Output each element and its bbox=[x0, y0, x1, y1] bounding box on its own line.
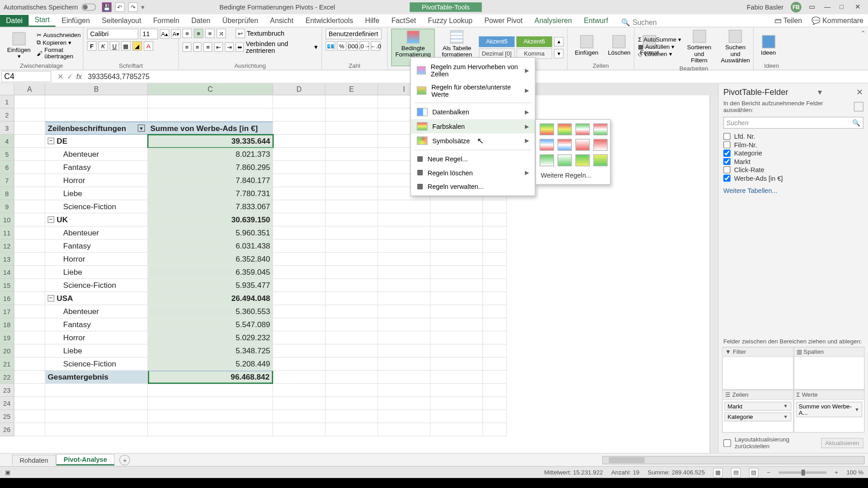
pivot-item-value[interactable]: 7.833.067 bbox=[148, 200, 273, 213]
cell[interactable] bbox=[378, 397, 430, 410]
style-akzent6[interactable]: Akzent6 bbox=[516, 36, 552, 47]
align-left-icon[interactable]: ≡ bbox=[183, 42, 191, 52]
cell[interactable] bbox=[273, 410, 326, 423]
row-header[interactable]: 18 bbox=[0, 318, 14, 331]
merge-button[interactable]: Verbinden und zentrieren bbox=[246, 40, 312, 54]
fx-icon[interactable]: fx bbox=[76, 72, 85, 80]
style-akzent5[interactable]: Akzent5 bbox=[479, 36, 514, 47]
cell[interactable] bbox=[326, 253, 378, 266]
color-scale-option[interactable] bbox=[576, 139, 590, 150]
color-scale-option[interactable] bbox=[540, 139, 554, 150]
cell[interactable] bbox=[430, 200, 483, 213]
cell[interactable] bbox=[326, 226, 378, 239]
pivot-item-value[interactable]: 5.547.089 bbox=[148, 318, 273, 331]
tab-fuzzy[interactable]: Fuzzy Lookup bbox=[422, 15, 478, 27]
cf-manage-rules[interactable]: ▦Regeln verwalten... bbox=[411, 179, 535, 193]
cell[interactable] bbox=[483, 279, 507, 292]
align-right-icon[interactable]: ≡ bbox=[203, 42, 212, 52]
cell[interactable] bbox=[378, 279, 430, 292]
col-header[interactable]: C bbox=[148, 84, 273, 95]
pivot-row-header[interactable]: Zeilenbeschriftungen▼ bbox=[45, 122, 148, 135]
cell[interactable] bbox=[483, 331, 507, 344]
cell[interactable] bbox=[326, 108, 378, 122]
thousands-icon[interactable]: 000 bbox=[348, 41, 358, 51]
pivot-item-row[interactable]: Science-Fiction bbox=[45, 279, 148, 292]
number-format-input[interactable] bbox=[326, 28, 382, 39]
cell[interactable] bbox=[483, 344, 507, 357]
avatar[interactable]: FB bbox=[791, 2, 802, 13]
align-middle-icon[interactable]: ≡ bbox=[194, 28, 203, 38]
cell[interactable] bbox=[273, 331, 326, 344]
cell[interactable] bbox=[430, 292, 483, 305]
cell[interactable] bbox=[273, 161, 326, 174]
field-checkbox[interactable] bbox=[723, 150, 731, 157]
close-icon[interactable]: ✕ bbox=[855, 3, 863, 11]
cell[interactable] bbox=[273, 226, 326, 239]
row-header[interactable]: 20 bbox=[0, 344, 14, 357]
cell[interactable] bbox=[273, 279, 326, 292]
cell[interactable] bbox=[430, 305, 483, 318]
pivot-item-row[interactable]: Abenteuer bbox=[45, 305, 148, 318]
cell[interactable] bbox=[273, 384, 326, 397]
insert-cells-button[interactable]: Einfügen bbox=[571, 34, 602, 57]
filter-dropdown-icon[interactable]: ▼ bbox=[138, 125, 145, 132]
pivot-item-row[interactable]: Horror bbox=[45, 174, 148, 187]
cell[interactable] bbox=[378, 423, 430, 436]
field-list-item[interactable]: Film-Nr. bbox=[723, 141, 863, 149]
tellme-search[interactable]: Suchen bbox=[632, 19, 657, 27]
pivot-grand-total-label[interactable]: Gesamtergebnis bbox=[45, 371, 148, 384]
cell[interactable] bbox=[430, 384, 483, 397]
autosave-toggle[interactable] bbox=[81, 4, 96, 11]
pivot-value-header[interactable]: Summe von Werbe-Ads [in €] bbox=[148, 122, 273, 135]
horizontal-scrollbar[interactable] bbox=[602, 455, 864, 464]
autosum-button[interactable]: Σ AutoSumme ▾ bbox=[638, 36, 681, 43]
cell[interactable] bbox=[483, 266, 507, 279]
cell[interactable] bbox=[483, 410, 507, 423]
collapse-icon[interactable]: − bbox=[48, 138, 55, 145]
cell[interactable] bbox=[14, 384, 46, 397]
field-list-item[interactable]: Kategorie bbox=[723, 149, 863, 157]
vertical-scrollbar[interactable] bbox=[710, 95, 718, 453]
cell[interactable] bbox=[14, 279, 46, 292]
row-header[interactable]: 9 bbox=[0, 200, 14, 213]
cell[interactable] bbox=[483, 239, 507, 253]
cell[interactable] bbox=[326, 344, 378, 357]
field-checkbox[interactable] bbox=[723, 133, 731, 140]
cell[interactable] bbox=[273, 318, 326, 331]
cell[interactable] bbox=[273, 187, 326, 200]
cell[interactable] bbox=[273, 122, 326, 135]
cell[interactable] bbox=[430, 410, 483, 423]
cell[interactable] bbox=[14, 200, 46, 213]
defer-layout-checkbox[interactable] bbox=[723, 439, 731, 446]
tab-developer[interactable]: Entwicklertools bbox=[299, 15, 359, 27]
cell[interactable] bbox=[14, 344, 46, 357]
cell[interactable] bbox=[326, 187, 378, 200]
cf-more-rules[interactable]: Weitere Regeln... bbox=[540, 170, 607, 181]
pivot-item-value[interactable]: 5.960.351 bbox=[148, 226, 273, 239]
view-pagebreak-icon[interactable]: ▧ bbox=[749, 468, 759, 477]
share-button[interactable]: 🗃 Teilen bbox=[769, 15, 807, 27]
ideas-button[interactable]: Ideen bbox=[757, 34, 779, 57]
cell[interactable] bbox=[14, 148, 46, 161]
area-rows[interactable]: ☰Zeilen Markt▼ Kategorie▼ bbox=[722, 390, 793, 433]
cell[interactable] bbox=[273, 135, 326, 148]
cell[interactable] bbox=[326, 174, 378, 187]
cell[interactable] bbox=[14, 253, 46, 266]
row-header[interactable]: 22 bbox=[0, 371, 14, 384]
cell[interactable] bbox=[273, 397, 326, 410]
row-field-chip[interactable]: Kategorie▼ bbox=[725, 413, 791, 422]
row-header[interactable]: 4 bbox=[0, 135, 14, 148]
cell[interactable] bbox=[378, 410, 430, 423]
pivot-item-value[interactable]: 7.780.731 bbox=[148, 187, 273, 200]
cell[interactable] bbox=[14, 318, 46, 331]
sheet-tab[interactable]: Pivot-Analyse bbox=[56, 454, 115, 465]
color-scale-option[interactable] bbox=[593, 155, 608, 166]
cell[interactable] bbox=[14, 423, 46, 436]
color-scale-option[interactable] bbox=[557, 123, 572, 135]
cell[interactable] bbox=[430, 213, 483, 226]
fill-button[interactable]: ▦ Ausfüllen ▾ bbox=[638, 43, 681, 50]
cell[interactable] bbox=[326, 200, 378, 213]
zoom-out-button[interactable]: − bbox=[767, 469, 770, 476]
cell[interactable] bbox=[378, 371, 430, 384]
row-header[interactable]: 13 bbox=[0, 253, 14, 266]
